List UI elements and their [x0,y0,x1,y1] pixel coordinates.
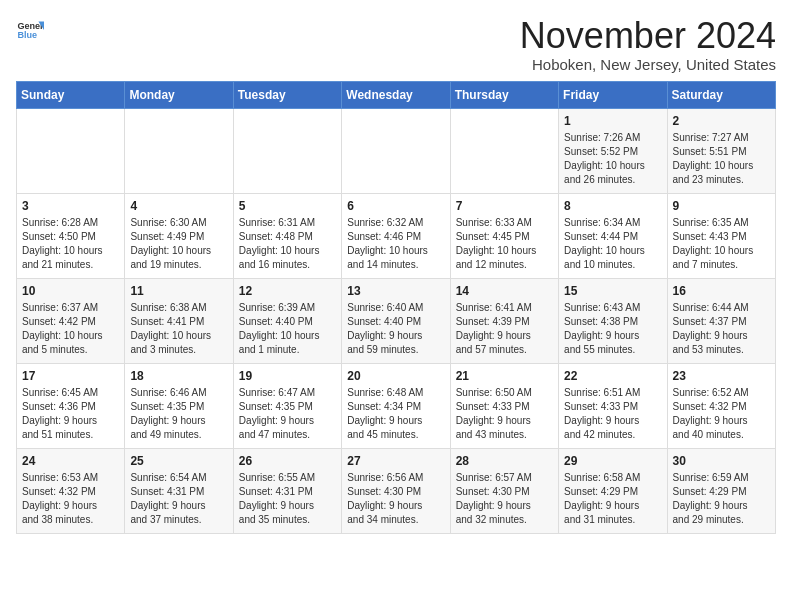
day-number: 17 [22,369,119,383]
calendar-cell: 4Sunrise: 6:30 AM Sunset: 4:49 PM Daylig… [125,193,233,278]
calendar-cell [17,108,125,193]
calendar-cell: 13Sunrise: 6:40 AM Sunset: 4:40 PM Dayli… [342,278,450,363]
day-number: 7 [456,199,553,213]
day-number: 25 [130,454,227,468]
day-number: 22 [564,369,661,383]
weekday-header-saturday: Saturday [667,81,775,108]
calendar-cell: 8Sunrise: 6:34 AM Sunset: 4:44 PM Daylig… [559,193,667,278]
day-number: 13 [347,284,444,298]
day-info: Sunrise: 6:30 AM Sunset: 4:49 PM Dayligh… [130,216,227,272]
day-info: Sunrise: 6:28 AM Sunset: 4:50 PM Dayligh… [22,216,119,272]
day-number: 2 [673,114,770,128]
day-number: 28 [456,454,553,468]
calendar-cell: 14Sunrise: 6:41 AM Sunset: 4:39 PM Dayli… [450,278,558,363]
day-number: 30 [673,454,770,468]
calendar-week-row: 1Sunrise: 7:26 AM Sunset: 5:52 PM Daylig… [17,108,776,193]
day-number: 9 [673,199,770,213]
calendar-cell: 22Sunrise: 6:51 AM Sunset: 4:33 PM Dayli… [559,363,667,448]
calendar-cell: 5Sunrise: 6:31 AM Sunset: 4:48 PM Daylig… [233,193,341,278]
calendar-cell: 21Sunrise: 6:50 AM Sunset: 4:33 PM Dayli… [450,363,558,448]
day-info: Sunrise: 6:53 AM Sunset: 4:32 PM Dayligh… [22,471,119,527]
day-number: 23 [673,369,770,383]
calendar-cell: 20Sunrise: 6:48 AM Sunset: 4:34 PM Dayli… [342,363,450,448]
day-number: 11 [130,284,227,298]
day-info: Sunrise: 6:56 AM Sunset: 4:30 PM Dayligh… [347,471,444,527]
calendar-cell: 12Sunrise: 6:39 AM Sunset: 4:40 PM Dayli… [233,278,341,363]
day-info: Sunrise: 6:52 AM Sunset: 4:32 PM Dayligh… [673,386,770,442]
calendar-cell: 16Sunrise: 6:44 AM Sunset: 4:37 PM Dayli… [667,278,775,363]
day-number: 10 [22,284,119,298]
logo: General Blue [16,16,44,44]
calendar-cell: 24Sunrise: 6:53 AM Sunset: 4:32 PM Dayli… [17,448,125,533]
day-info: Sunrise: 6:40 AM Sunset: 4:40 PM Dayligh… [347,301,444,357]
day-info: Sunrise: 6:59 AM Sunset: 4:29 PM Dayligh… [673,471,770,527]
calendar-cell: 28Sunrise: 6:57 AM Sunset: 4:30 PM Dayli… [450,448,558,533]
calendar-cell: 25Sunrise: 6:54 AM Sunset: 4:31 PM Dayli… [125,448,233,533]
day-number: 24 [22,454,119,468]
svg-text:Blue: Blue [17,30,37,40]
weekday-header-friday: Friday [559,81,667,108]
month-title: November 2024 [520,16,776,56]
header-area: General Blue November 2024 Hoboken, New … [16,16,776,73]
day-info: Sunrise: 6:39 AM Sunset: 4:40 PM Dayligh… [239,301,336,357]
calendar-cell: 10Sunrise: 6:37 AM Sunset: 4:42 PM Dayli… [17,278,125,363]
weekday-header-wednesday: Wednesday [342,81,450,108]
day-info: Sunrise: 6:33 AM Sunset: 4:45 PM Dayligh… [456,216,553,272]
day-info: Sunrise: 6:35 AM Sunset: 4:43 PM Dayligh… [673,216,770,272]
day-number: 16 [673,284,770,298]
calendar-cell: 3Sunrise: 6:28 AM Sunset: 4:50 PM Daylig… [17,193,125,278]
calendar-week-row: 17Sunrise: 6:45 AM Sunset: 4:36 PM Dayli… [17,363,776,448]
day-number: 12 [239,284,336,298]
day-info: Sunrise: 6:45 AM Sunset: 4:36 PM Dayligh… [22,386,119,442]
calendar-cell [125,108,233,193]
day-info: Sunrise: 6:32 AM Sunset: 4:46 PM Dayligh… [347,216,444,272]
day-number: 20 [347,369,444,383]
day-info: Sunrise: 7:27 AM Sunset: 5:51 PM Dayligh… [673,131,770,187]
calendar-cell: 23Sunrise: 6:52 AM Sunset: 4:32 PM Dayli… [667,363,775,448]
day-number: 27 [347,454,444,468]
day-info: Sunrise: 7:26 AM Sunset: 5:52 PM Dayligh… [564,131,661,187]
calendar-cell: 18Sunrise: 6:46 AM Sunset: 4:35 PM Dayli… [125,363,233,448]
day-number: 15 [564,284,661,298]
weekday-header-thursday: Thursday [450,81,558,108]
day-info: Sunrise: 6:41 AM Sunset: 4:39 PM Dayligh… [456,301,553,357]
day-number: 1 [564,114,661,128]
weekday-header-row: SundayMondayTuesdayWednesdayThursdayFrid… [17,81,776,108]
day-number: 14 [456,284,553,298]
day-info: Sunrise: 6:57 AM Sunset: 4:30 PM Dayligh… [456,471,553,527]
day-info: Sunrise: 6:37 AM Sunset: 4:42 PM Dayligh… [22,301,119,357]
day-number: 21 [456,369,553,383]
calendar-cell: 27Sunrise: 6:56 AM Sunset: 4:30 PM Dayli… [342,448,450,533]
calendar-cell: 26Sunrise: 6:55 AM Sunset: 4:31 PM Dayli… [233,448,341,533]
title-area: November 2024 Hoboken, New Jersey, Unite… [520,16,776,73]
calendar-cell [233,108,341,193]
day-info: Sunrise: 6:43 AM Sunset: 4:38 PM Dayligh… [564,301,661,357]
day-info: Sunrise: 6:38 AM Sunset: 4:41 PM Dayligh… [130,301,227,357]
calendar-table: SundayMondayTuesdayWednesdayThursdayFrid… [16,81,776,534]
calendar-week-row: 24Sunrise: 6:53 AM Sunset: 4:32 PM Dayli… [17,448,776,533]
calendar-cell: 6Sunrise: 6:32 AM Sunset: 4:46 PM Daylig… [342,193,450,278]
calendar-cell [342,108,450,193]
weekday-header-tuesday: Tuesday [233,81,341,108]
day-info: Sunrise: 6:55 AM Sunset: 4:31 PM Dayligh… [239,471,336,527]
day-info: Sunrise: 6:51 AM Sunset: 4:33 PM Dayligh… [564,386,661,442]
calendar-cell: 30Sunrise: 6:59 AM Sunset: 4:29 PM Dayli… [667,448,775,533]
day-number: 26 [239,454,336,468]
day-info: Sunrise: 6:46 AM Sunset: 4:35 PM Dayligh… [130,386,227,442]
day-info: Sunrise: 6:34 AM Sunset: 4:44 PM Dayligh… [564,216,661,272]
day-number: 8 [564,199,661,213]
calendar-cell: 19Sunrise: 6:47 AM Sunset: 4:35 PM Dayli… [233,363,341,448]
calendar-week-row: 3Sunrise: 6:28 AM Sunset: 4:50 PM Daylig… [17,193,776,278]
calendar-week-row: 10Sunrise: 6:37 AM Sunset: 4:42 PM Dayli… [17,278,776,363]
day-number: 4 [130,199,227,213]
day-info: Sunrise: 6:44 AM Sunset: 4:37 PM Dayligh… [673,301,770,357]
day-number: 6 [347,199,444,213]
calendar-cell [450,108,558,193]
day-info: Sunrise: 6:48 AM Sunset: 4:34 PM Dayligh… [347,386,444,442]
day-number: 3 [22,199,119,213]
day-info: Sunrise: 6:47 AM Sunset: 4:35 PM Dayligh… [239,386,336,442]
day-info: Sunrise: 6:58 AM Sunset: 4:29 PM Dayligh… [564,471,661,527]
day-info: Sunrise: 6:31 AM Sunset: 4:48 PM Dayligh… [239,216,336,272]
calendar-cell: 1Sunrise: 7:26 AM Sunset: 5:52 PM Daylig… [559,108,667,193]
weekday-header-monday: Monday [125,81,233,108]
